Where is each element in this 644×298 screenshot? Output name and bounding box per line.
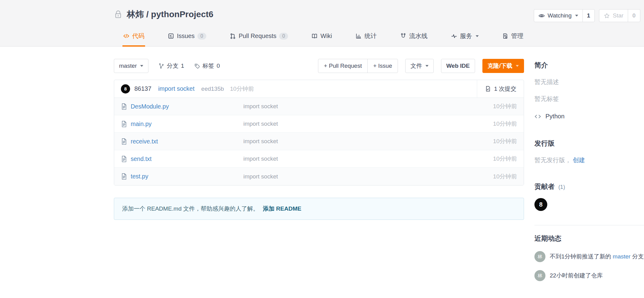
repo-header: 林炜 / pythonProject6 Watching 1 Star 0: [0, 0, 644, 47]
tab-services[interactable]: 服务: [450, 32, 479, 47]
caret-down-icon: [476, 35, 479, 37]
branch-selector[interactable]: master: [114, 59, 148, 73]
pipeline-icon: [400, 33, 406, 39]
activity-item: 林 22小时前创建了仓库: [534, 270, 644, 281]
stats-icon: [355, 33, 362, 39]
tab-wiki[interactable]: Wiki: [311, 32, 333, 47]
file-icon: [121, 120, 127, 128]
code-icon: [534, 113, 541, 120]
tab-label: Wiki: [320, 32, 332, 40]
file-browser-panel: 8 86137 import socket eed135b 10分钟前 1 次提…: [114, 80, 524, 185]
tab-issues[interactable]: Issues 0: [167, 32, 207, 47]
star-button-group: Star 0: [599, 9, 640, 22]
lock-icon: [114, 10, 122, 19]
sidebar: 简介 暂无描述 暂无标签 Python 发行版 暂无发行版， 创建 贡献者 (1…: [534, 59, 644, 281]
files-dropdown-button[interactable]: 文件: [405, 59, 434, 73]
add-readme-link[interactable]: 添加 README: [263, 205, 301, 212]
tags-count: 0: [217, 63, 220, 69]
commits-count-label: 1 次提交: [494, 85, 516, 93]
new-issue-button[interactable]: + Issue: [367, 59, 398, 73]
commit-author[interactable]: 86137: [134, 85, 152, 92]
branches-stat[interactable]: 分支 1: [158, 62, 184, 70]
toolbar-left: master 分支 1 标签 0: [114, 59, 220, 73]
tab-pipelines[interactable]: 流水线: [399, 32, 428, 47]
repo-title-row: 林炜 / pythonProject6: [114, 9, 213, 20]
sidebar-divider: [534, 225, 644, 225]
tag-icon: [194, 63, 200, 69]
pull-requests-count-badge: 0: [279, 33, 288, 40]
commit-message-link[interactable]: import socket: [158, 85, 195, 92]
new-pull-request-button[interactable]: + Pull Request: [318, 59, 367, 73]
star-button[interactable]: Star: [599, 10, 628, 22]
watch-label: Watching: [548, 12, 572, 19]
star-count[interactable]: 0: [628, 10, 640, 22]
tab-pull-requests[interactable]: Pull Requests 0: [229, 32, 289, 47]
activity-avatar[interactable]: 林: [534, 270, 545, 281]
watch-button[interactable]: Watching: [534, 10, 582, 22]
file-link[interactable]: receive.txt: [131, 138, 158, 145]
file-commit-time: 10分钟前: [493, 173, 517, 181]
tab-statistics[interactable]: 统计: [355, 32, 377, 47]
tab-label: 管理: [511, 32, 523, 40]
file-row: send.txt import socket 10分钟前: [114, 150, 524, 168]
activity-text-suffix: 分支: [631, 253, 644, 260]
file-row: main.py import socket 10分钟前: [114, 115, 524, 133]
readme-notice-text: 添加一个 README.md 文件，帮助感兴趣的人了解。: [122, 205, 259, 212]
tab-label: Issues: [177, 32, 195, 40]
file-row: DesModule.py import socket 10分钟前: [114, 98, 524, 115]
releases-row: 暂无发行版， 创建: [534, 156, 644, 164]
file-icon: [121, 138, 127, 145]
file-commit-message[interactable]: import socket: [243, 155, 278, 162]
tab-code[interactable]: 代码: [122, 32, 145, 47]
contributors-count: (1): [558, 184, 565, 190]
file-link[interactable]: main.py: [131, 120, 152, 128]
file-commit-message[interactable]: import socket: [243, 138, 278, 145]
no-releases-text: 暂无发行版，: [534, 157, 571, 163]
file-name-cell: test.py: [121, 173, 243, 180]
caret-down-icon: [140, 65, 143, 67]
contributor-avatar[interactable]: 8: [534, 198, 547, 211]
activity-branch-link[interactable]: master: [613, 253, 631, 260]
wiki-icon: [311, 33, 318, 39]
file-commit-time: 10分钟前: [493, 137, 517, 145]
commit-sha[interactable]: eed135b: [201, 86, 224, 92]
activity-title: 近期动态: [534, 234, 644, 243]
file-commit-message[interactable]: import socket: [243, 103, 278, 110]
file-link[interactable]: test.py: [131, 173, 148, 180]
readme-notice: 添加一个 README.md 文件，帮助感兴趣的人了解。 添加 README: [114, 198, 524, 220]
clone-download-button[interactable]: 克隆/下载: [482, 59, 524, 73]
tab-label: Pull Requests: [239, 32, 276, 40]
toolbar-right: + Pull Request + Issue 文件 Web IDE 克隆/下载: [318, 59, 524, 73]
files-dropdown-label: 文件: [410, 62, 422, 70]
tab-label: 统计: [365, 32, 377, 40]
tags-label: 标签: [203, 62, 214, 70]
file-commit-message[interactable]: import socket: [243, 173, 278, 180]
create-release-link[interactable]: 创建: [573, 157, 585, 163]
tab-label: 流水线: [409, 32, 428, 40]
file-link[interactable]: send.txt: [131, 155, 152, 162]
no-tags-text: 暂无标签: [534, 95, 644, 103]
language-row[interactable]: Python: [534, 113, 644, 120]
contributors-label: 贡献者: [534, 183, 555, 190]
branch-selector-value: master: [119, 63, 137, 69]
caret-down-icon: [516, 65, 519, 67]
tab-label: 代码: [132, 32, 144, 40]
tags-stat[interactable]: 标签 0: [194, 62, 220, 70]
issues-count-badge: 0: [197, 33, 206, 40]
file-commit-message[interactable]: import socket: [243, 120, 278, 127]
releases-title: 发行版: [534, 139, 644, 148]
repo-toolbar: master 分支 1 标签 0: [114, 59, 524, 73]
branch-icon: [158, 63, 164, 69]
web-ide-button[interactable]: Web IDE: [441, 59, 475, 73]
commits-count-link[interactable]: 1 次提交: [477, 80, 524, 97]
page-title: 林炜 / pythonProject6: [127, 9, 213, 20]
activity-avatar[interactable]: 林: [534, 251, 545, 262]
caret-down-icon: [575, 15, 578, 17]
pr-issue-button-group: + Pull Request + Issue: [318, 59, 398, 73]
star-label: Star: [613, 12, 623, 19]
file-link[interactable]: DesModule.py: [131, 103, 169, 110]
tab-manage[interactable]: 管理: [501, 32, 524, 47]
watch-count[interactable]: 1: [582, 10, 595, 22]
file-commit-time: 10分钟前: [493, 120, 517, 128]
committer-avatar[interactable]: 8: [121, 84, 130, 94]
